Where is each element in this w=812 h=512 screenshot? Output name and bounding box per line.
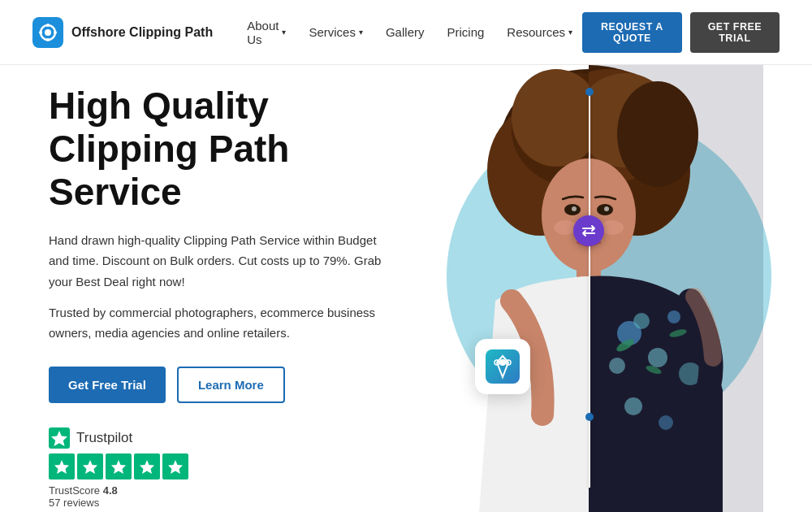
nav-links: About Us ▾ Services ▾ Gallery Pricing Re… — [237, 12, 582, 53]
svg-marker-13 — [168, 460, 183, 474]
tp-star-4 — [134, 453, 160, 479]
logo-icon — [32, 17, 63, 48]
hero-buttons: Get Free Trial Learn More — [49, 367, 414, 403]
svg-point-3 — [39, 31, 42, 34]
hero-title: High Quality Clipping Path Service — [49, 85, 414, 214]
trustpilot-section: Trustpilot TrustSco — [49, 427, 414, 509]
nav-resources-label: Resources — [507, 25, 565, 39]
trustpilot-stars — [49, 453, 414, 479]
nav-item-gallery[interactable]: Gallery — [376, 19, 434, 46]
trustpilot-label: Trustpilot — [76, 430, 132, 446]
nav-gallery-label: Gallery — [386, 25, 425, 39]
svg-point-31 — [609, 358, 625, 374]
tp-star-5 — [162, 453, 188, 479]
svg-point-2 — [45, 29, 51, 36]
chevron-down-icon: ▾ — [282, 28, 286, 37]
learn-more-button[interactable]: Learn More — [177, 367, 285, 403]
swap-icon — [573, 215, 604, 246]
nav-item-services[interactable]: Services ▾ — [299, 19, 373, 46]
chevron-down-icon: ▾ — [359, 28, 363, 37]
nav-item-resources[interactable]: Resources ▾ — [497, 19, 582, 46]
svg-point-6 — [46, 38, 50, 41]
trustpilot-reviews: 57 reviews — [49, 497, 414, 509]
logo-area[interactable]: Offshore Clipping Path — [32, 17, 213, 48]
hero-section: High Quality Clipping Path Service Hand … — [0, 65, 812, 512]
svg-point-41 — [572, 206, 577, 211]
get-free-trial-hero-button[interactable]: Get Free Trial — [49, 367, 166, 403]
chevron-down-icon: ▾ — [568, 28, 572, 37]
tp-star-3 — [106, 453, 132, 479]
request-quote-button[interactable]: REQUEST A QUOTE — [582, 12, 682, 53]
trust-score-value: 4.8 — [103, 484, 118, 497]
tp-star-2 — [77, 453, 103, 479]
svg-point-44 — [601, 220, 624, 235]
trust-score-label: TrustScore — [49, 484, 100, 497]
hero-image-side — [414, 65, 812, 512]
navbar: Offshore Clipping Path About Us ▾ Servic… — [0, 0, 812, 65]
nav-services-label: Services — [309, 25, 356, 39]
svg-marker-12 — [140, 460, 154, 474]
hero-title-line2: Clipping Path Service — [49, 128, 289, 213]
trustpilot-score: TrustScore 4.8 — [49, 484, 414, 497]
hero-title-line1: High Quality — [49, 85, 269, 127]
tp-star-1 — [49, 453, 75, 479]
trustpilot-icon — [49, 427, 70, 449]
svg-point-42 — [604, 206, 609, 211]
nav-item-about[interactable]: About Us ▾ — [237, 12, 296, 53]
svg-marker-9 — [54, 460, 69, 474]
hero-content: High Quality Clipping Path Service Hand … — [0, 65, 414, 512]
nav-about-label: About Us — [247, 19, 279, 46]
nav-pricing-label: Pricing — [447, 25, 484, 39]
split-divider-line — [589, 89, 590, 488]
get-free-trial-nav-button[interactable]: GET FREE TRIAL — [690, 12, 780, 53]
svg-point-32 — [667, 310, 680, 323]
svg-marker-10 — [83, 460, 97, 474]
svg-marker-11 — [111, 460, 126, 474]
svg-point-34 — [624, 397, 642, 415]
svg-point-29 — [633, 313, 650, 329]
svg-point-25 — [617, 81, 698, 187]
svg-point-20 — [512, 69, 601, 167]
svg-point-4 — [54, 31, 57, 34]
pen-tool-icon — [475, 339, 530, 394]
nav-item-pricing[interactable]: Pricing — [437, 19, 494, 46]
nav-cta-buttons: REQUEST A QUOTE GET FREE TRIAL — [582, 12, 780, 53]
svg-point-35 — [659, 415, 673, 430]
svg-point-5 — [46, 24, 50, 27]
svg-point-30 — [648, 348, 667, 367]
brand-name: Offshore Clipping Path — [71, 25, 213, 40]
hero-description: Hand drawn high-quality Clipping Path Se… — [49, 230, 390, 293]
hero-trust-text: Trusted by commercial photographers, eco… — [49, 303, 390, 344]
divider-dot-top — [585, 88, 594, 96]
trustpilot-logo: Trustpilot — [49, 427, 414, 449]
divider-dot-bottom — [585, 413, 594, 421]
